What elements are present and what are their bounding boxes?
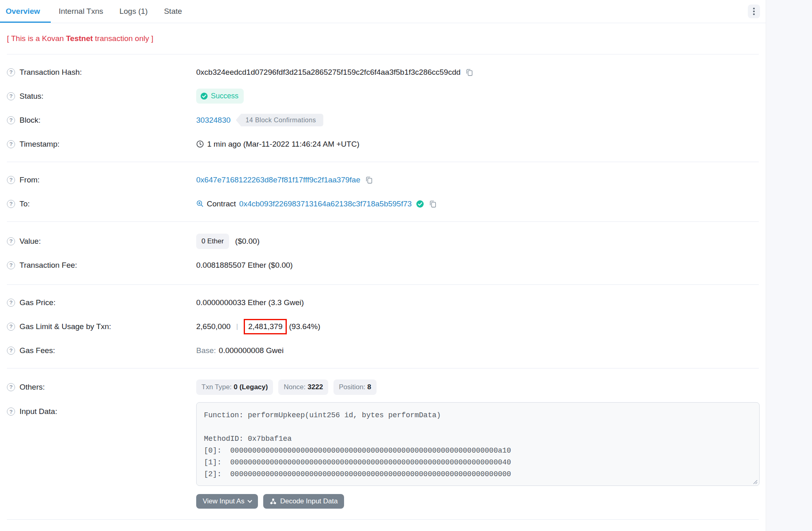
from-address-link[interactable]: 0x647e7168122263d8e7f81f17fff9c2f1aa379f… xyxy=(196,176,360,184)
section-others-input: ? Others: Txn Type: 0 (Legacy) Nonce: 32… xyxy=(0,368,766,509)
tab-bar: Overview Internal Txns Logs (1) State xyxy=(0,0,766,23)
usd-value: ($0.00) xyxy=(235,237,260,246)
gas-fees-base-label: Base: xyxy=(196,346,216,355)
timestamp-value: 1 min ago (Mar-11-2022 11:46:24 AM +UTC) xyxy=(207,140,359,149)
help-icon[interactable]: ? xyxy=(7,323,15,331)
help-icon[interactable]: ? xyxy=(7,261,15,269)
section-addresses: ? From: 0x647e7168122263d8e7f81f17fff9c2… xyxy=(0,162,766,221)
verified-check-icon xyxy=(416,200,424,208)
transaction-fee-value: 0.0081885507 Ether ($0.00) xyxy=(196,261,293,270)
block-number-link[interactable]: 30324830 xyxy=(196,116,231,125)
row-others: ? Others: Txn Type: 0 (Legacy) Nonce: 32… xyxy=(0,375,766,399)
gas-limit-value: 2,650,000 xyxy=(196,322,231,331)
section-overview-top: ? Transaction Hash: 0xcb324eedcd1d07296f… xyxy=(0,54,766,162)
transaction-detail-card: Overview Internal Txns Logs (1) State [ … xyxy=(0,0,766,531)
row-label-text: Timestamp: xyxy=(19,140,60,149)
help-icon[interactable]: ? xyxy=(7,383,15,391)
row-label-text: Input Data: xyxy=(19,407,57,416)
txn-type-badge: Txn Type: 0 (Legacy) xyxy=(196,379,273,395)
row-label-text: Gas Price: xyxy=(19,298,56,307)
gas-fees-base-value: 0.000000008 Gwei xyxy=(219,346,284,355)
notice-text: transaction only ] xyxy=(93,34,154,43)
position-badge: Position: 8 xyxy=(333,379,377,395)
tab-overview[interactable]: Overview xyxy=(0,0,51,23)
chevron-down-icon xyxy=(247,498,252,503)
row-to: ? To: Contract 0x4cb093f226983713164a621… xyxy=(0,192,766,216)
status-text: Success xyxy=(211,92,238,100)
kebab-icon xyxy=(753,11,755,12)
help-icon[interactable]: ? xyxy=(7,176,15,184)
decode-icon xyxy=(270,498,277,505)
decode-input-data-button[interactable]: Decode Input Data xyxy=(263,494,344,509)
tab-state[interactable]: State xyxy=(156,0,190,23)
section-gas: ? Gas Price: 0.0000000033 Ether (3.3 Gwe… xyxy=(0,285,766,368)
help-icon[interactable]: ? xyxy=(7,299,15,307)
row-gas-price: ? Gas Price: 0.0000000033 Ether (3.3 Gwe… xyxy=(0,290,766,314)
transaction-hash-value: 0xcb324eedcd1d07296fdf3d215a2865275f159c… xyxy=(196,68,461,77)
row-gas-limit-usage: ? Gas Limit & Usage by Txn: 2,650,000 | … xyxy=(0,314,766,338)
row-input-data: ? Input Data: Function: performUpkeep(ui… xyxy=(0,402,766,509)
row-label-text: Transaction Fee: xyxy=(19,261,77,270)
copy-icon[interactable] xyxy=(465,68,474,76)
row-label-text: Value: xyxy=(19,237,41,246)
row-label-text: Transaction Hash: xyxy=(19,68,82,77)
row-timestamp: ? Timestamp: 1 min ago (Mar-11-2022 11:4… xyxy=(0,132,766,156)
help-icon[interactable]: ? xyxy=(7,68,15,76)
clock-icon xyxy=(196,140,204,148)
row-block: ? Block: 30324830 14 Block Confirmations xyxy=(0,108,766,132)
divider xyxy=(7,519,759,520)
row-label-text: Others: xyxy=(19,383,45,392)
row-status: ? Status: Success xyxy=(0,84,766,108)
ether-value-badge: 0 Ether xyxy=(196,234,229,249)
row-from: ? From: 0x647e7168122263d8e7f81f17fff9c2… xyxy=(0,168,766,192)
row-label-text: To: xyxy=(19,199,30,208)
help-icon[interactable]: ? xyxy=(7,237,15,245)
tab-logs[interactable]: Logs (1) xyxy=(111,0,156,23)
notice-text: [ This is a Kovan xyxy=(7,34,66,43)
view-input-as-button[interactable]: View Input As xyxy=(196,494,258,509)
row-label-text: Gas Limit & Usage by Txn: xyxy=(19,322,111,331)
status-badge: Success xyxy=(196,89,244,104)
tab-internal-txns[interactable]: Internal Txns xyxy=(51,0,111,23)
check-circle-icon xyxy=(200,92,208,100)
gas-used-highlight-box: 2,481,379 xyxy=(244,319,287,334)
help-icon[interactable]: ? xyxy=(7,407,15,416)
section-value-fee: ? Value: 0 Ether ($0.00) ? Transaction F… xyxy=(0,222,766,284)
row-transaction-hash: ? Transaction Hash: 0xcb324eedcd1d07296f… xyxy=(0,60,766,84)
row-value: ? Value: 0 Ether ($0.00) xyxy=(0,229,766,253)
magnifier-plus-icon[interactable] xyxy=(196,200,204,208)
more-options-button[interactable] xyxy=(748,4,760,18)
notice-bold: Testnet xyxy=(66,34,93,43)
testnet-notice: [ This is a Kovan Testnet transaction on… xyxy=(0,23,766,54)
to-address-link[interactable]: 0x4cb093f226983713164a62138c3f718a5b595f… xyxy=(239,199,412,208)
row-label-text: From: xyxy=(19,176,40,184)
copy-icon[interactable] xyxy=(365,176,373,184)
row-label-text: Status: xyxy=(19,92,43,101)
gas-price-value: 0.0000000033 Ether (3.3 Gwei) xyxy=(196,298,304,307)
input-data-textarea[interactable]: Function: performUpkeep(uint256 id, byte… xyxy=(196,402,760,486)
row-label-text: Gas Fees: xyxy=(19,346,55,355)
block-confirmations-badge: 14 Block Confirmations xyxy=(236,114,323,126)
gas-separator: | xyxy=(236,323,238,331)
help-icon[interactable]: ? xyxy=(7,92,15,100)
help-icon[interactable]: ? xyxy=(7,140,15,148)
nonce-badge: Nonce: 3222 xyxy=(278,379,328,395)
help-icon[interactable]: ? xyxy=(7,200,15,208)
to-contract-prefix: Contract xyxy=(207,199,236,208)
row-transaction-fee: ? Transaction Fee: 0.0081885507 Ether ($… xyxy=(0,253,766,277)
row-gas-fees: ? Gas Fees: Base: 0.000000008 Gwei xyxy=(0,338,766,362)
help-icon[interactable]: ? xyxy=(7,347,15,355)
gas-used-percent: (93.64%) xyxy=(289,322,320,331)
help-icon[interactable]: ? xyxy=(7,116,15,124)
copy-icon[interactable] xyxy=(429,199,437,208)
resize-grip-icon[interactable] xyxy=(752,479,758,484)
row-label-text: Block: xyxy=(19,116,41,125)
gas-used-value: 2,481,379 xyxy=(248,322,283,331)
